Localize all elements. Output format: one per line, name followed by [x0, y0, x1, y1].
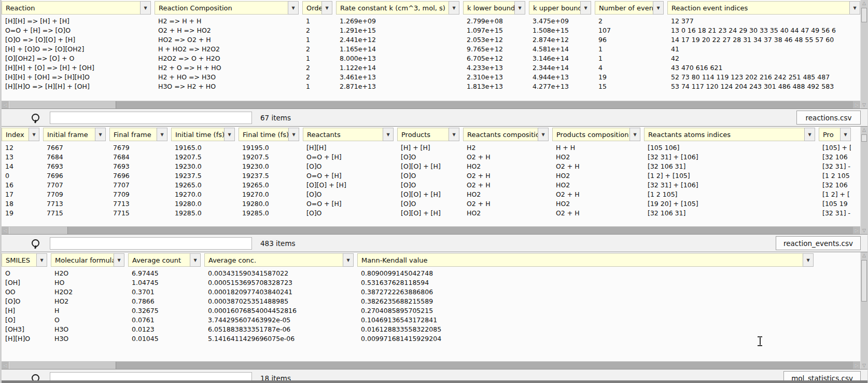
vertical-scrollbar-thumb[interactable]	[861, 8, 867, 22]
table-cell[interactable]: 7684	[43, 153, 106, 162]
column-header-label[interactable]: Reaction	[2, 1, 140, 15]
table-cell[interactable]: [H][H]O	[2, 334, 47, 344]
scroll-right-icon[interactable]: ▷	[853, 227, 860, 234]
table-cell[interactable]: 6.051883833351787e-06	[204, 325, 354, 334]
scroll-left-icon[interactable]: ◁	[2, 227, 9, 234]
column-header-label[interactable]: Pro	[819, 128, 840, 141]
table-cell[interactable]: H + HO2 => H2O2	[155, 45, 299, 54]
column-filter-dropdown-button[interactable]: ▼	[190, 253, 201, 267]
table-cell[interactable]: O2 + H	[463, 153, 549, 162]
table-cell[interactable]: [O][O] + [H]	[303, 181, 394, 190]
table-cell[interactable]: [1 2] + [	[819, 190, 851, 199]
scroll-right-icon[interactable]: ▷	[853, 362, 860, 369]
table-cell[interactable]: H3O => H2 + HO	[155, 82, 299, 91]
table-cell[interactable]: 41	[667, 45, 860, 54]
table-cell[interactable]: [105] + [	[819, 143, 851, 153]
table-cell[interactable]: 4.581e+14	[529, 45, 591, 54]
column-filter-dropdown-button[interactable]: ▼	[29, 128, 39, 141]
column-header-label[interactable]: Average conc.	[204, 253, 343, 267]
table-cell[interactable]: [32 106 31]	[644, 162, 815, 171]
table-cell[interactable]: O2 + H	[463, 181, 549, 190]
table-cell[interactable]: HO2	[552, 153, 640, 162]
table-cell[interactable]: [H][H] + [OH] => [H][H]O	[2, 73, 151, 82]
table-cell[interactable]: [32 31] -	[819, 209, 851, 218]
column-filter-dropdown-button[interactable]: ▼	[629, 128, 640, 141]
table-cell[interactable]: 2	[302, 26, 332, 35]
vertical-scrollbar-thumb[interactable]	[861, 260, 867, 302]
column-header-label[interactable]: Reaction Composition	[155, 1, 288, 15]
table-cell[interactable]: 0.003431590341587022	[204, 269, 354, 278]
table-cell[interactable]: 2	[302, 63, 332, 73]
column-header-label[interactable]: k lower bound	[463, 1, 514, 15]
table-cell[interactable]: [32 106 31]	[644, 209, 815, 218]
scroll-up-icon[interactable]: △	[861, 127, 867, 133]
column-header-label[interactable]: Molecular formula	[51, 253, 114, 267]
table-cell[interactable]: 1	[302, 82, 332, 91]
table-cell[interactable]: [O]O	[397, 181, 459, 190]
table-cell[interactable]: O=O + [H]	[303, 153, 394, 162]
column-filter-dropdown-button[interactable]: ▼	[114, 253, 124, 267]
table-cell[interactable]: 19207.5	[171, 153, 235, 162]
table-cell[interactable]: 1.508e+15	[529, 26, 591, 35]
table-cell[interactable]: O2 + H	[552, 209, 640, 218]
table-cell[interactable]: [O]O	[2, 297, 47, 306]
table-cell[interactable]: 0.0005153695708328723	[204, 278, 354, 288]
table-cell[interactable]: H2 + HO => H3O	[155, 73, 299, 82]
table-cell[interactable]: [O]O	[303, 209, 394, 218]
table-cell[interactable]: 12	[2, 143, 39, 153]
table-cell[interactable]: 1.122e+14	[336, 63, 459, 73]
table-cell[interactable]: [H] + [H]	[397, 143, 459, 153]
table-cell[interactable]: 0.3826235688215589	[357, 297, 814, 306]
table-cell[interactable]: 0.2704085895705215	[357, 306, 814, 316]
column-header-label[interactable]: Reactants atoms indices	[644, 128, 804, 141]
table-cell[interactable]: 0.00016076854004452816	[204, 306, 354, 316]
table-cell[interactable]: 1	[302, 17, 332, 26]
horizontal-scrollbar-thumb[interactable]	[9, 362, 116, 369]
table-cell[interactable]: 7684	[109, 153, 167, 162]
column-filter-dropdown-button[interactable]: ▼	[803, 253, 814, 267]
column-header-label[interactable]: Reactants	[303, 128, 383, 141]
column-header-label[interactable]: Number of events	[595, 1, 653, 15]
table-cell[interactable]: 1	[595, 45, 664, 54]
table-cell[interactable]: [H]	[2, 306, 47, 316]
table-cell[interactable]: 2.344e+14	[529, 63, 591, 73]
column-filter-dropdown-button[interactable]: ▼	[140, 1, 151, 15]
table-cell[interactable]: H + H	[552, 143, 640, 153]
table-cell[interactable]: [1 2 105	[819, 171, 851, 181]
table-cell[interactable]: 52 73 80 114 119 123 202 216 242 251 485…	[667, 73, 860, 82]
table-cell[interactable]: 7713	[43, 199, 106, 209]
column-filter-dropdown-button[interactable]: ▼	[538, 128, 549, 141]
table-cell[interactable]: 17	[2, 190, 39, 199]
column-header-label[interactable]: Initial time (fs)	[171, 128, 224, 141]
table-cell[interactable]: 96	[595, 35, 664, 45]
column-header-label[interactable]: k upper bound	[529, 1, 580, 15]
column-header-label[interactable]: Final frame	[109, 128, 157, 141]
column-filter-dropdown-button[interactable]: ▼	[321, 1, 332, 15]
table-cell[interactable]: 19	[2, 209, 39, 218]
table-cell[interactable]: 1.097e+15	[463, 26, 525, 35]
table-cell[interactable]: 19270.0	[171, 190, 235, 199]
table-cell[interactable]: [OH]	[2, 278, 47, 288]
table-cell[interactable]: H3O	[51, 334, 124, 344]
reactions-vertical-scrollbar[interactable]: △ ▽	[860, 0, 867, 108]
table-cell[interactable]: 0.009971681415929204	[357, 334, 814, 344]
table-cell[interactable]: 0.3872722263886806	[357, 288, 814, 297]
table-cell[interactable]: 19230.0	[171, 162, 235, 171]
table-cell[interactable]: [32 31] + [106]	[644, 153, 815, 162]
table-cell[interactable]: H2O2	[51, 288, 124, 297]
table-cell[interactable]: 2.310e+13	[463, 73, 525, 82]
table-cell[interactable]: 12 377	[667, 17, 860, 26]
column-header-label[interactable]: Products	[397, 128, 449, 141]
table-cell[interactable]: 3.146e+14	[529, 54, 591, 63]
table-cell[interactable]: 4.233e+13	[463, 63, 525, 73]
table-cell[interactable]: O2 + H	[463, 199, 549, 209]
table-cell[interactable]: [105 106]	[644, 143, 815, 153]
column-header-label[interactable]: Index	[2, 128, 29, 141]
table-cell[interactable]: 1	[302, 35, 332, 45]
table-cell[interactable]: 7693	[43, 162, 106, 171]
table-cell[interactable]: 4.944e+13	[529, 73, 591, 82]
table-cell[interactable]: 7679	[109, 143, 167, 153]
table-cell[interactable]: 0.016128833558322085	[357, 325, 814, 334]
table-cell[interactable]: 8.000e+13	[336, 54, 459, 63]
table-cell[interactable]: 0.0001820977403840241	[204, 288, 354, 297]
